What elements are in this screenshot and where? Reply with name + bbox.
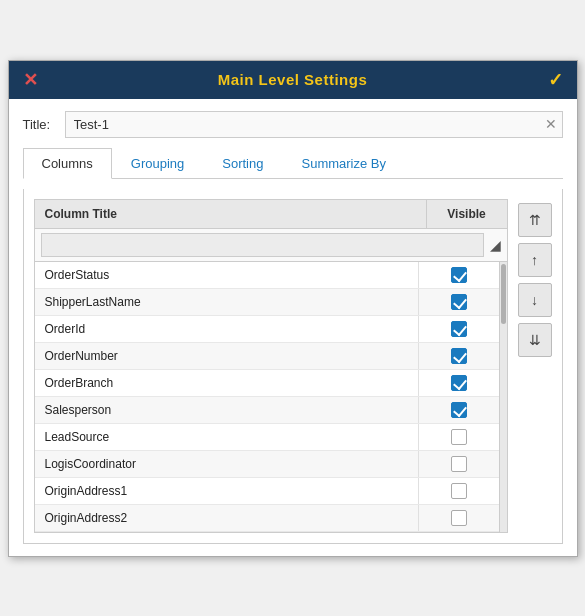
row-column-name: OriginAddress2 (35, 505, 419, 531)
visible-checkbox[interactable] (451, 510, 467, 526)
move-down-button[interactable]: ↓ (518, 283, 552, 317)
scrollbar (500, 261, 508, 533)
dialog-header: ✕ Main Level Settings ✓ (9, 61, 577, 99)
col-visible-header: Visible (427, 200, 507, 228)
filter-row: ◢ (34, 228, 508, 261)
visible-checkbox[interactable] (451, 348, 467, 364)
table-row: OrderId (35, 316, 499, 343)
row-column-name: OrderNumber (35, 343, 419, 369)
row-visible-cell (419, 290, 499, 314)
col-title-header: Column Title (35, 200, 427, 228)
visible-checkbox[interactable] (451, 429, 467, 445)
filter-input[interactable] (41, 233, 484, 257)
row-visible-cell (419, 398, 499, 422)
dialog-title: Main Level Settings (38, 71, 548, 88)
title-input-wrap: ✕ (65, 111, 563, 138)
row-column-name: ShipperLastName (35, 289, 419, 315)
row-column-name: OriginAddress1 (35, 478, 419, 504)
title-row: Title: ✕ (23, 111, 563, 138)
visible-checkbox[interactable] (451, 321, 467, 337)
title-field-label: Title: (23, 117, 55, 132)
tabs-container: Columns Grouping Sorting Summarize By (23, 148, 563, 179)
table-area: Column Title Visible ◢ OrderStatusShippe… (34, 199, 508, 533)
table-row: OrderStatus (35, 262, 499, 289)
row-visible-cell (419, 506, 499, 530)
move-buttons: ⇈ ↑ ↓ ⇊ (518, 199, 552, 533)
table-row: OriginAddress1 (35, 478, 499, 505)
row-column-name: OrderStatus (35, 262, 419, 288)
table-row: ShipperLastName (35, 289, 499, 316)
row-visible-cell (419, 263, 499, 287)
row-column-name: LeadSource (35, 424, 419, 450)
visible-checkbox[interactable] (451, 483, 467, 499)
table-header: Column Title Visible (34, 199, 508, 228)
filter-icon: ◢ (490, 237, 501, 253)
close-button[interactable]: ✕ (23, 71, 38, 89)
visible-checkbox[interactable] (451, 456, 467, 472)
table-row: LogisCoordinator (35, 451, 499, 478)
row-visible-cell (419, 371, 499, 395)
tab-columns[interactable]: Columns (23, 148, 112, 179)
visible-checkbox[interactable] (451, 402, 467, 418)
tab-summarize-by[interactable]: Summarize By (282, 148, 405, 179)
tab-sorting[interactable]: Sorting (203, 148, 282, 179)
visible-checkbox[interactable] (451, 267, 467, 283)
row-visible-cell (419, 425, 499, 449)
table-scroll[interactable]: OrderStatusShipperLastNameOrderIdOrderNu… (34, 261, 500, 533)
row-column-name: LogisCoordinator (35, 451, 419, 477)
visible-checkbox[interactable] (451, 375, 467, 391)
row-visible-cell (419, 317, 499, 341)
table-row: Salesperson (35, 397, 499, 424)
table-row: OriginAddress2 (35, 505, 499, 532)
visible-checkbox[interactable] (451, 294, 467, 310)
tab-grouping[interactable]: Grouping (112, 148, 203, 179)
title-input[interactable] (65, 111, 563, 138)
table-row: OrderNumber (35, 343, 499, 370)
row-column-name: Salesperson (35, 397, 419, 423)
main-dialog: ✕ Main Level Settings ✓ Title: ✕ Columns… (8, 60, 578, 557)
row-column-name: OrderBranch (35, 370, 419, 396)
row-visible-cell (419, 452, 499, 476)
table-row: LeadSource (35, 424, 499, 451)
row-column-name: OrderId (35, 316, 419, 342)
confirm-button[interactable]: ✓ (548, 71, 563, 89)
title-clear-button[interactable]: ✕ (545, 117, 557, 131)
move-up-button[interactable]: ↑ (518, 243, 552, 277)
row-visible-cell (419, 479, 499, 503)
move-bottom-button[interactable]: ⇊ (518, 323, 552, 357)
dialog-body: Title: ✕ Columns Grouping Sorting Summar… (9, 99, 577, 556)
move-top-button[interactable]: ⇈ (518, 203, 552, 237)
row-visible-cell (419, 344, 499, 368)
scrollbar-thumb (501, 264, 506, 324)
table-row: OrderBranch (35, 370, 499, 397)
tab-content: Column Title Visible ◢ OrderStatusShippe… (23, 189, 563, 544)
